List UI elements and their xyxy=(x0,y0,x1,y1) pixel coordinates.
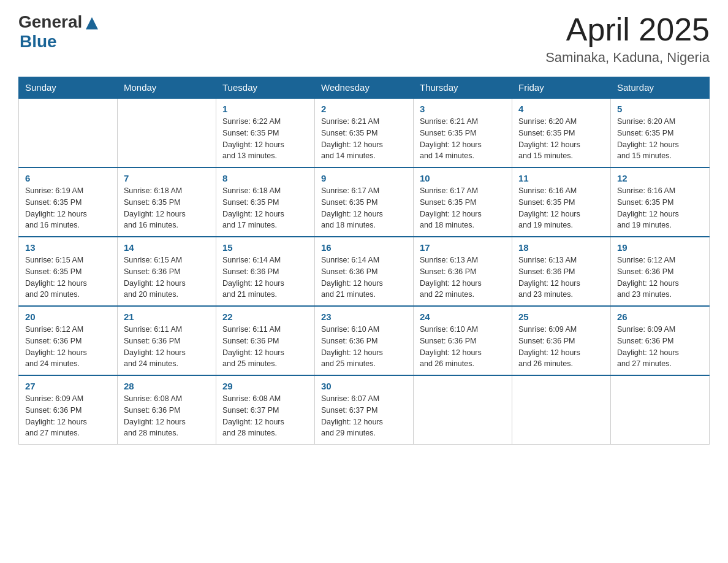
day-info: Sunrise: 6:11 AMSunset: 6:36 PMDaylight:… xyxy=(124,324,210,370)
calendar-cell: 2Sunrise: 6:21 AMSunset: 6:35 PMDaylight… xyxy=(315,98,414,167)
calendar-cell: 29Sunrise: 6:08 AMSunset: 6:37 PMDayligh… xyxy=(216,375,315,445)
day-number: 5 xyxy=(617,104,703,114)
day-info: Sunrise: 6:09 AMSunset: 6:36 PMDaylight:… xyxy=(25,393,111,439)
day-number: 12 xyxy=(617,173,703,183)
calendar-cell: 15Sunrise: 6:14 AMSunset: 6:36 PMDayligh… xyxy=(216,237,315,306)
weekday-header-monday: Monday xyxy=(118,77,216,99)
calendar-cell: 5Sunrise: 6:20 AMSunset: 6:35 PMDaylight… xyxy=(611,98,710,167)
day-info: Sunrise: 6:13 AMSunset: 6:36 PMDaylight:… xyxy=(518,255,604,301)
day-info: Sunrise: 6:13 AMSunset: 6:36 PMDaylight:… xyxy=(420,255,506,301)
calendar-title: April 2025 xyxy=(545,12,710,47)
logo: General Blue xyxy=(18,12,100,52)
calendar-cell: 28Sunrise: 6:08 AMSunset: 6:36 PMDayligh… xyxy=(118,375,216,445)
day-number: 7 xyxy=(124,173,210,183)
calendar-cell xyxy=(611,375,710,445)
weekday-header-tuesday: Tuesday xyxy=(216,77,315,99)
day-number: 29 xyxy=(222,381,308,391)
day-number: 9 xyxy=(321,173,407,183)
day-info: Sunrise: 6:22 AMSunset: 6:35 PMDaylight:… xyxy=(222,116,308,162)
calendar-cell xyxy=(512,375,611,445)
day-number: 3 xyxy=(420,104,506,114)
day-info: Sunrise: 6:20 AMSunset: 6:35 PMDaylight:… xyxy=(518,116,604,162)
day-number: 25 xyxy=(518,312,604,322)
day-number: 8 xyxy=(222,173,308,183)
day-number: 20 xyxy=(25,312,111,322)
day-number: 17 xyxy=(420,242,506,253)
calendar-cell: 16Sunrise: 6:14 AMSunset: 6:36 PMDayligh… xyxy=(315,237,414,306)
day-number: 26 xyxy=(617,312,703,322)
calendar-cell: 17Sunrise: 6:13 AMSunset: 6:36 PMDayligh… xyxy=(414,237,512,306)
calendar-subtitle: Saminaka, Kaduna, Nigeria xyxy=(545,50,710,66)
day-info: Sunrise: 6:15 AMSunset: 6:36 PMDaylight:… xyxy=(124,255,210,301)
calendar-cell: 25Sunrise: 6:09 AMSunset: 6:36 PMDayligh… xyxy=(512,306,611,375)
calendar-cell: 10Sunrise: 6:17 AMSunset: 6:35 PMDayligh… xyxy=(414,167,512,237)
calendar-week-row: 13Sunrise: 6:15 AMSunset: 6:35 PMDayligh… xyxy=(19,237,710,306)
calendar-week-row: 20Sunrise: 6:12 AMSunset: 6:36 PMDayligh… xyxy=(19,306,710,375)
day-number: 10 xyxy=(420,173,506,183)
calendar-cell: 20Sunrise: 6:12 AMSunset: 6:36 PMDayligh… xyxy=(19,306,118,375)
day-info: Sunrise: 6:07 AMSunset: 6:37 PMDaylight:… xyxy=(321,393,407,439)
day-number: 11 xyxy=(518,173,604,183)
day-info: Sunrise: 6:15 AMSunset: 6:35 PMDaylight:… xyxy=(25,255,111,301)
day-info: Sunrise: 6:21 AMSunset: 6:35 PMDaylight:… xyxy=(420,116,506,162)
day-number: 23 xyxy=(321,312,407,322)
calendar-cell: 27Sunrise: 6:09 AMSunset: 6:36 PMDayligh… xyxy=(19,375,118,445)
day-info: Sunrise: 6:14 AMSunset: 6:36 PMDaylight:… xyxy=(321,255,407,301)
calendar-week-row: 27Sunrise: 6:09 AMSunset: 6:36 PMDayligh… xyxy=(19,375,710,445)
day-info: Sunrise: 6:12 AMSunset: 6:36 PMDaylight:… xyxy=(25,324,111,370)
day-number: 24 xyxy=(420,312,506,322)
day-info: Sunrise: 6:10 AMSunset: 6:36 PMDaylight:… xyxy=(420,324,506,370)
day-number: 14 xyxy=(124,242,210,253)
calendar-cell: 30Sunrise: 6:07 AMSunset: 6:37 PMDayligh… xyxy=(315,375,414,445)
calendar-cell xyxy=(414,375,512,445)
weekday-header-thursday: Thursday xyxy=(414,77,512,99)
day-number: 4 xyxy=(518,104,604,114)
day-info: Sunrise: 6:08 AMSunset: 6:37 PMDaylight:… xyxy=(222,393,308,439)
day-number: 15 xyxy=(222,242,308,253)
day-number: 13 xyxy=(25,242,111,253)
day-number: 2 xyxy=(321,104,407,114)
day-number: 16 xyxy=(321,242,407,253)
calendar-cell: 19Sunrise: 6:12 AMSunset: 6:36 PMDayligh… xyxy=(611,237,710,306)
weekday-header-saturday: Saturday xyxy=(611,77,710,99)
calendar-cell: 9Sunrise: 6:17 AMSunset: 6:35 PMDaylight… xyxy=(315,167,414,237)
day-info: Sunrise: 6:09 AMSunset: 6:36 PMDaylight:… xyxy=(617,324,703,370)
calendar-cell: 8Sunrise: 6:18 AMSunset: 6:35 PMDaylight… xyxy=(216,167,315,237)
calendar-cell: 6Sunrise: 6:19 AMSunset: 6:35 PMDaylight… xyxy=(19,167,118,237)
calendar-cell: 14Sunrise: 6:15 AMSunset: 6:36 PMDayligh… xyxy=(118,237,216,306)
day-info: Sunrise: 6:10 AMSunset: 6:36 PMDaylight:… xyxy=(321,324,407,370)
calendar-body: 1Sunrise: 6:22 AMSunset: 6:35 PMDaylight… xyxy=(19,98,710,445)
weekday-header-row: SundayMondayTuesdayWednesdayThursdayFrid… xyxy=(19,77,710,99)
calendar-header: SundayMondayTuesdayWednesdayThursdayFrid… xyxy=(19,77,710,99)
day-info: Sunrise: 6:18 AMSunset: 6:35 PMDaylight:… xyxy=(222,185,308,231)
calendar-cell: 18Sunrise: 6:13 AMSunset: 6:36 PMDayligh… xyxy=(512,237,611,306)
day-info: Sunrise: 6:09 AMSunset: 6:36 PMDaylight:… xyxy=(518,324,604,370)
calendar-cell xyxy=(19,98,118,167)
day-number: 22 xyxy=(222,312,308,322)
calendar-cell xyxy=(118,98,216,167)
day-number: 21 xyxy=(124,312,210,322)
calendar-cell: 7Sunrise: 6:18 AMSunset: 6:35 PMDaylight… xyxy=(118,167,216,237)
day-info: Sunrise: 6:12 AMSunset: 6:36 PMDaylight:… xyxy=(617,255,703,301)
calendar-cell: 26Sunrise: 6:09 AMSunset: 6:36 PMDayligh… xyxy=(611,306,710,375)
day-number: 6 xyxy=(25,173,111,183)
day-number: 28 xyxy=(124,381,210,391)
day-info: Sunrise: 6:18 AMSunset: 6:35 PMDaylight:… xyxy=(124,185,210,231)
calendar-table: SundayMondayTuesdayWednesdayThursdayFrid… xyxy=(18,77,710,445)
day-info: Sunrise: 6:17 AMSunset: 6:35 PMDaylight:… xyxy=(321,185,407,231)
svg-marker-0 xyxy=(86,17,98,29)
weekday-header-friday: Friday xyxy=(512,77,611,99)
calendar-cell: 3Sunrise: 6:21 AMSunset: 6:35 PMDaylight… xyxy=(414,98,512,167)
day-info: Sunrise: 6:11 AMSunset: 6:36 PMDaylight:… xyxy=(222,324,308,370)
calendar-cell: 24Sunrise: 6:10 AMSunset: 6:36 PMDayligh… xyxy=(414,306,512,375)
day-info: Sunrise: 6:17 AMSunset: 6:35 PMDaylight:… xyxy=(420,185,506,231)
weekday-header-wednesday: Wednesday xyxy=(315,77,414,99)
calendar-cell: 21Sunrise: 6:11 AMSunset: 6:36 PMDayligh… xyxy=(118,306,216,375)
day-number: 18 xyxy=(518,242,604,253)
calendar-week-row: 1Sunrise: 6:22 AMSunset: 6:35 PMDaylight… xyxy=(19,98,710,167)
logo-triangle-icon xyxy=(83,15,100,32)
calendar-cell: 12Sunrise: 6:16 AMSunset: 6:35 PMDayligh… xyxy=(611,167,710,237)
day-number: 27 xyxy=(25,381,111,391)
day-info: Sunrise: 6:21 AMSunset: 6:35 PMDaylight:… xyxy=(321,116,407,162)
calendar-cell: 4Sunrise: 6:20 AMSunset: 6:35 PMDaylight… xyxy=(512,98,611,167)
